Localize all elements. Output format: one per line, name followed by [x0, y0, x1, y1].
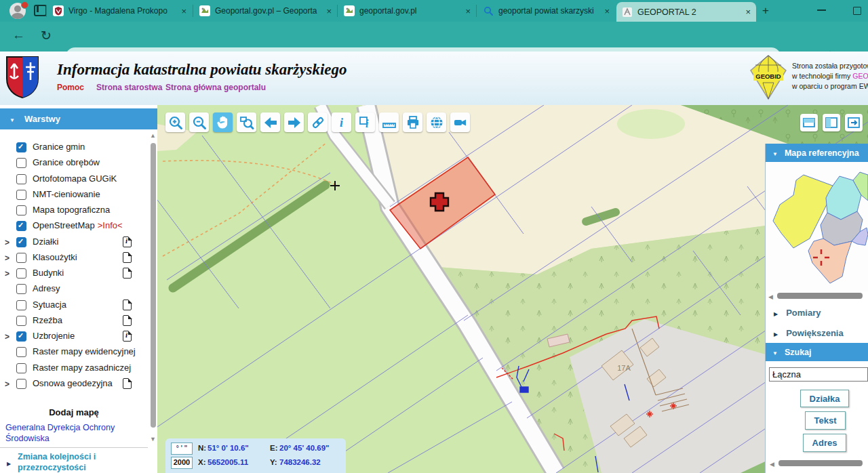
layer-document-icon[interactable]: [123, 315, 132, 326]
geobid-logo: GEOBID: [749, 54, 788, 100]
layer-checkbox[interactable]: ✓: [16, 205, 26, 215]
stream-button[interactable]: [450, 112, 470, 132]
expand-arrow-icon[interactable]: >: [5, 253, 9, 263]
layer-checkbox[interactable]: ✓: [16, 221, 26, 231]
scale-box[interactable]: 2000: [171, 457, 193, 469]
layer-document-icon[interactable]: [123, 378, 132, 389]
info-button[interactable]: i: [332, 112, 351, 132]
layer-checkbox[interactable]: ✓: [16, 158, 26, 168]
measure-button[interactable]: [379, 112, 399, 132]
layer-row-raster-zasadniczej: ✓ Raster mapy zasadniczej: [0, 361, 148, 377]
scroll-down-icon[interactable]: ▼: [150, 436, 156, 443]
starostwo-link[interactable]: Strona starostwa: [96, 83, 162, 92]
layer-checkbox[interactable]: ✓: [16, 347, 26, 357]
credit-line-1: Strona została przygotowa: [792, 61, 868, 71]
layers-panel-title: Warstwy: [24, 114, 60, 124]
search-input[interactable]: [769, 367, 868, 382]
tab-separator: [337, 5, 338, 17]
scroll-up-icon[interactable]: ▲: [150, 132, 156, 139]
layer-checkbox[interactable]: ✓: [16, 316, 26, 326]
zoom-out-button[interactable]: [189, 112, 209, 132]
layer-checkbox[interactable]: ✓: [16, 379, 26, 389]
sidebar-scrollbar-thumb[interactable]: [151, 143, 156, 428]
geoportal-home-link[interactable]: Strona główna geoportalu: [165, 83, 266, 92]
expand-arrow-icon[interactable]: >: [5, 332, 9, 342]
layer-checkbox[interactable]: ✓: [16, 174, 26, 184]
next-view-button[interactable]: [284, 112, 304, 132]
tab-geoportal-gov-2[interactable]: geoportal.gov.pl ×: [338, 0, 476, 22]
collapse-panel-button[interactable]: [845, 114, 863, 131]
avatar-body-icon: [12, 13, 24, 19]
map-canvas[interactable]: 17A: [157, 105, 868, 473]
zoom-window-button[interactable]: [237, 112, 256, 132]
tab-geoportal2-active[interactable]: GEOPORTAL 2 ×: [616, 2, 756, 22]
layer-metadata-icon[interactable]: [123, 236, 132, 247]
reference-map-hscrollbar[interactable]: [777, 293, 863, 299]
info-select-button[interactable]: i: [355, 112, 375, 132]
layers-panel-header[interactable]: Warstwy: [0, 108, 157, 129]
window-minimize-button[interactable]: [817, 9, 826, 11]
layer-checkbox[interactable]: ✓: [16, 142, 26, 152]
window-restore-button[interactable]: [853, 7, 861, 15]
back-icon[interactable]: ←: [12, 28, 25, 43]
layer-checkbox[interactable]: ✓: [16, 363, 26, 373]
expand-arrow-icon[interactable]: >: [5, 269, 9, 279]
expand-arrow-icon[interactable]: >: [5, 379, 9, 389]
map-grass-patch: [617, 109, 685, 139]
layer-checkbox[interactable]: ✓: [16, 190, 26, 200]
layer-row-budynki: > ✓ Budynki: [0, 266, 148, 282]
east-label: E:: [270, 444, 278, 452]
tab-close-icon[interactable]: ×: [465, 6, 471, 16]
layer-order-link[interactable]: Zmiana kolejności i przezroczystości: [18, 451, 146, 473]
tab-search[interactable]: geoportal powiat skarzyski ×: [477, 0, 615, 22]
search-address-button[interactable]: Adres: [803, 434, 846, 452]
search-text-button[interactable]: Tekst: [805, 411, 846, 430]
new-tab-button[interactable]: +: [762, 4, 769, 18]
layout-toggle-group: [800, 114, 863, 131]
layer-checkbox[interactable]: ✓: [16, 268, 26, 279]
layer-checkbox[interactable]: ✓: [16, 284, 26, 294]
help-link[interactable]: Pomoc: [57, 83, 84, 92]
layer-document-icon[interactable]: [123, 268, 132, 279]
geobid-brand-link[interactable]: GEOBID: [852, 72, 868, 80]
scroll-left-icon[interactable]: ◀: [770, 461, 774, 468]
right-panel: Mapa referencyjna ◀ Pomiary Powiększenia…: [765, 144, 868, 473]
gdos-link[interactable]: Generalna Dyrekcja Ochrony Środowiska: [5, 422, 141, 444]
section-szukaj-header[interactable]: Szukaj: [766, 343, 868, 361]
layer-checkbox[interactable]: ✓: [16, 253, 26, 263]
split-vertical-button[interactable]: [823, 114, 840, 131]
layer-metadata-icon[interactable]: [123, 331, 132, 342]
expand-arrow-icon[interactable]: >: [5, 238, 9, 247]
print-button[interactable]: [403, 112, 422, 132]
reference-map[interactable]: [766, 163, 868, 291]
link-button[interactable]: [308, 112, 328, 132]
tab-close-icon[interactable]: ×: [604, 6, 610, 16]
osm-info-link[interactable]: >Info<: [98, 220, 123, 230]
layer-row-mapa-topograficzna: ✓ Mapa topograficzna: [0, 203, 148, 219]
globe-button[interactable]: [427, 112, 446, 132]
layer-checkbox[interactable]: ✓: [16, 300, 26, 310]
search-parcel-button[interactable]: Działka: [800, 390, 849, 407]
layer-checkbox[interactable]: ✓: [16, 331, 26, 342]
right-panel-hscrollbar[interactable]: [778, 460, 863, 466]
layer-document-icon[interactable]: [123, 300, 132, 310]
tab-virgo[interactable]: Virgo - Magdalena Prokopo ×: [47, 0, 192, 22]
zoom-in-button[interactable]: [165, 112, 185, 132]
tab-close-icon[interactable]: ×: [181, 6, 186, 16]
split-horizontal-button[interactable]: [800, 114, 818, 131]
workspaces-icon[interactable]: [34, 5, 47, 16]
layer-checkbox[interactable]: ✓: [16, 237, 26, 247]
tab-close-icon[interactable]: ×: [326, 6, 332, 16]
tab-close-icon[interactable]: ×: [745, 7, 751, 17]
scroll-left-icon[interactable]: ◀: [768, 293, 773, 300]
refresh-icon[interactable]: ↻: [41, 28, 52, 43]
previous-view-button[interactable]: [260, 112, 280, 132]
dms-toggle-button[interactable]: ° ' ": [171, 443, 193, 455]
layer-document-icon[interactable]: [123, 252, 132, 263]
tab-geoportal-gov[interactable]: Geoportal.gov.pl – Geoporta ×: [194, 0, 337, 22]
pan-button[interactable]: [213, 112, 233, 132]
collapse-triangle-icon: [9, 114, 15, 124]
reference-map-header[interactable]: Mapa referencyjna: [766, 144, 868, 162]
section-powiekszenia[interactable]: Powiększenia: [766, 323, 868, 344]
section-pomiary[interactable]: Pomiary: [766, 302, 868, 323]
